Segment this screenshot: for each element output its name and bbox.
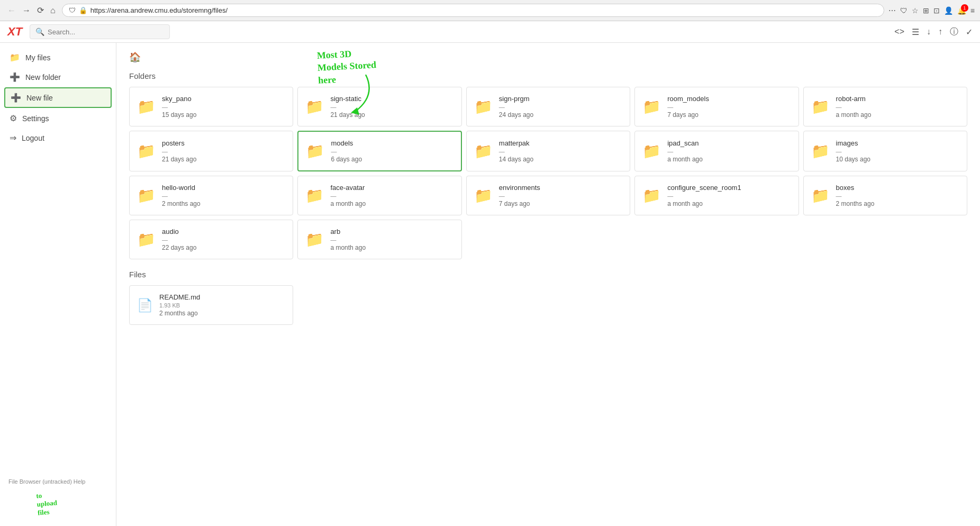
reload-button[interactable]: ⟳ bbox=[35, 4, 46, 16]
folder-date: 22 days ago bbox=[162, 244, 196, 251]
folder-models[interactable]: 📁 models — 6 days ago bbox=[297, 131, 461, 171]
folder-icon: 📁 bbox=[811, 98, 830, 115]
sidebar-item-label: New folder bbox=[25, 73, 61, 81]
files-title: Files bbox=[129, 270, 967, 279]
browser-notify-icon[interactable]: 🔔 1 bbox=[957, 6, 966, 15]
folder-audio[interactable]: 📁 audio — 22 days ago bbox=[129, 220, 293, 259]
browser-ext-icon1[interactable]: ⊞ bbox=[923, 6, 929, 15]
breadcrumb[interactable]: 🏠 bbox=[129, 51, 967, 63]
folder-matterpak[interactable]: 📁 matterpak — 14 days ago bbox=[466, 131, 630, 171]
download-icon[interactable]: ↓ bbox=[927, 27, 931, 37]
search-input[interactable] bbox=[48, 28, 164, 36]
folder-sign-static[interactable]: 📁 sign-static — 21 days ago bbox=[297, 87, 461, 126]
folder-name: hello-world bbox=[162, 184, 201, 192]
settings-icon: ⚙ bbox=[10, 113, 17, 123]
browser-star-icon[interactable]: ☆ bbox=[912, 6, 919, 15]
folder-dash: — bbox=[499, 193, 540, 199]
folder-date: a month ago bbox=[667, 200, 741, 207]
folder-name: arb bbox=[330, 228, 366, 235]
folder-name: sign-prgm bbox=[499, 95, 533, 103]
folder-name: images bbox=[836, 139, 870, 147]
forward-button[interactable]: → bbox=[20, 5, 33, 16]
folder-date: a month ago bbox=[836, 111, 872, 119]
browser-menu-dots[interactable]: ≡ bbox=[970, 6, 975, 15]
home-button[interactable]: ⌂ bbox=[48, 5, 58, 16]
folder-images[interactable]: 📁 images — 10 days ago bbox=[803, 131, 967, 171]
folder-dash: — bbox=[499, 104, 533, 110]
folder-dash: — bbox=[330, 237, 366, 243]
folder-boxes[interactable]: 📁 boxes — 2 months ago bbox=[803, 176, 967, 215]
address-bar[interactable]: 🛡 🔒 https://arena.andrew.cmu.edu/storemn… bbox=[62, 4, 884, 17]
folder-name: room_models bbox=[667, 95, 709, 103]
code-icon[interactable]: <> bbox=[894, 27, 904, 37]
folder-dash: — bbox=[330, 193, 366, 199]
folder-icon: 📁 bbox=[137, 142, 156, 160]
search-bar[interactable]: 🔍 bbox=[30, 24, 170, 39]
folder-icon: 📁 bbox=[642, 98, 661, 115]
file-date: 2 months ago bbox=[159, 310, 200, 317]
folder-date: 7 days ago bbox=[499, 200, 540, 207]
folder-sky-pano[interactable]: 📁 sky_pano — 15 days ago bbox=[129, 87, 293, 126]
check-icon[interactable]: ✓ bbox=[966, 27, 973, 37]
folder-icon: 📁 bbox=[811, 142, 830, 160]
folder-date: 14 days ago bbox=[499, 156, 533, 163]
sidebar-item-label: New file bbox=[26, 94, 53, 102]
folder-configure-scene[interactable]: 📁 configure_scene_room1 — a month ago bbox=[634, 176, 798, 215]
file-name: README.md bbox=[159, 293, 200, 301]
folder-posters[interactable]: 📁 posters — 21 days ago bbox=[129, 131, 293, 171]
folder-environments[interactable]: 📁 environments — 7 days ago bbox=[466, 176, 630, 215]
security-icon: 🛡 bbox=[69, 6, 76, 14]
folder-arb[interactable]: 📁 arb — a month ago bbox=[297, 220, 461, 259]
file-icon: 📄 bbox=[137, 298, 153, 313]
header-toolbar: <> ☰ ↓ ↑ ⓘ ✓ bbox=[894, 26, 973, 38]
folder-dash: — bbox=[836, 104, 872, 110]
browser-actions: ⋯ 🛡 ☆ bbox=[888, 6, 919, 15]
browser-chrome: ← → ⟳ ⌂ 🛡 🔒 https://arena.andrew.cmu.edu… bbox=[0, 0, 980, 21]
sidebar-item-logout[interactable]: ⇒ Logout bbox=[4, 129, 112, 147]
folder-hello-world[interactable]: 📁 hello-world — 2 months ago bbox=[129, 176, 293, 215]
add-file-icon: ➕ bbox=[11, 93, 21, 103]
sidebar-item-label: Logout bbox=[22, 134, 44, 142]
app-container: ← → ⟳ ⌂ 🛡 🔒 https://arena.andrew.cmu.edu… bbox=[0, 0, 980, 526]
folder-name: ipad_scan bbox=[667, 139, 703, 147]
folder-name: robot-arm bbox=[836, 95, 872, 103]
upload-icon[interactable]: ↑ bbox=[938, 27, 942, 37]
folder-icon: 📁 bbox=[305, 231, 324, 248]
list-icon[interactable]: ☰ bbox=[912, 27, 919, 37]
info-icon[interactable]: ⓘ bbox=[950, 26, 958, 38]
sidebar-item-new-folder[interactable]: ➕ New folder bbox=[4, 68, 112, 86]
folder-dash: — bbox=[836, 148, 870, 155]
folders-title: Folders bbox=[129, 71, 967, 80]
home-icon[interactable]: 🏠 bbox=[129, 52, 141, 62]
folder-dash: — bbox=[836, 193, 875, 199]
lock-icon: 🔒 bbox=[79, 6, 87, 14]
file-readme[interactable]: 📄 README.md 1.93 KB 2 months ago bbox=[129, 285, 293, 325]
folder-robot-arm[interactable]: 📁 robot-arm — a month ago bbox=[803, 87, 967, 126]
folder-date: 15 days ago bbox=[162, 111, 196, 119]
folder-sign-prgm[interactable]: 📁 sign-prgm — 24 days ago bbox=[466, 87, 630, 126]
back-button[interactable]: ← bbox=[5, 5, 18, 16]
folder-name: audio bbox=[162, 228, 196, 235]
footer-text: File Browser (untracked) Help bbox=[8, 478, 107, 485]
main-content: 🏠 Most 3D Models Stored here Folders 📁 bbox=[116, 43, 980, 526]
folder-date: 10 days ago bbox=[836, 156, 870, 163]
sidebar-item-settings[interactable]: ⚙ Settings bbox=[4, 109, 112, 128]
folder-name: models bbox=[331, 139, 362, 147]
folder-date: 2 months ago bbox=[162, 200, 201, 207]
folder-room-models[interactable]: 📁 room_models — 7 days ago bbox=[634, 87, 798, 126]
folder-icon: 📁 bbox=[811, 187, 830, 204]
browser-profile-icon[interactable]: 👤 bbox=[944, 6, 953, 15]
folder-face-avatar[interactable]: 📁 face-avatar — a month ago bbox=[297, 176, 461, 215]
browser-menu-icon[interactable]: ⋯ bbox=[888, 6, 896, 15]
folder-dash: — bbox=[162, 193, 201, 199]
folder-date: 6 days ago bbox=[331, 156, 362, 163]
folder-date: 2 months ago bbox=[836, 200, 875, 207]
folder-dash: — bbox=[162, 148, 196, 155]
folder-name: environments bbox=[499, 184, 540, 192]
folder-ipad-scan[interactable]: 📁 ipad_scan — a month ago bbox=[634, 131, 798, 171]
browser-sync-icon[interactable]: 🛡 bbox=[900, 6, 908, 15]
folder-icon: 📁 bbox=[305, 98, 324, 115]
browser-ext-icon2[interactable]: ⊡ bbox=[933, 6, 940, 15]
sidebar-item-new-file[interactable]: ➕ New file bbox=[4, 87, 112, 108]
sidebar-item-my-files[interactable]: 📁 My files bbox=[4, 48, 112, 67]
